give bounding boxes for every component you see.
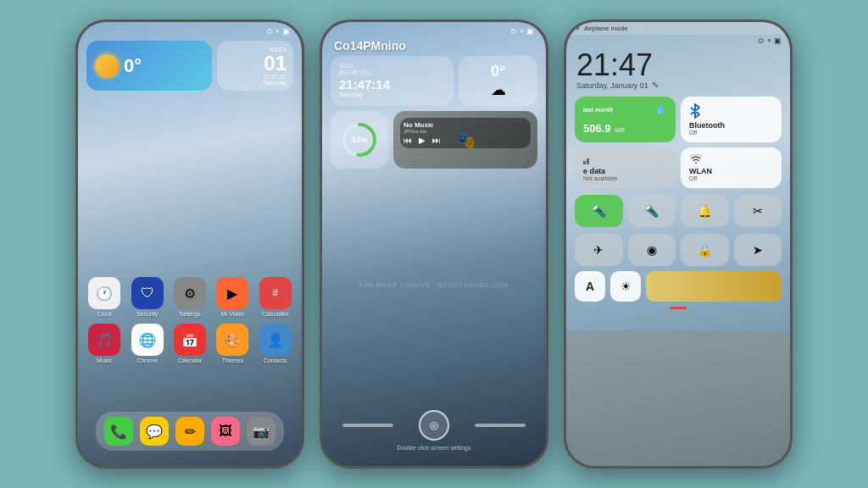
tile-mobile-data[interactable]: e data Not available: [575, 147, 676, 188]
app-settings[interactable]: ⚙ Settings: [172, 277, 208, 317]
app-label: Calculator: [262, 311, 289, 317]
play-icon[interactable]: ▶: [419, 136, 426, 145]
airplane-mode-bar: ✈ Airplane mode: [566, 22, 790, 35]
tile-value-row: 506.9 MB: [583, 120, 667, 136]
tile-data-usage[interactable]: last month 💧 506.9 MB: [575, 97, 676, 142]
mid-day-display: Saturday: [339, 92, 445, 97]
app-calculator[interactable]: # Calculator: [258, 277, 293, 317]
status-bar-right: ⊙ + ▣: [566, 35, 790, 47]
app-themes[interactable]: 🎨 Themes: [214, 324, 250, 363]
btn-scissors[interactable]: ✂: [734, 195, 782, 227]
gallery-icon: 🖼: [211, 417, 240, 446]
mid-widget-row1: 01/22 参47事竹7ん 21:47:14 Saturday 0° ☁: [322, 56, 546, 111]
brightness-button[interactable]: ☀: [610, 271, 641, 302]
mid-pill-right: [475, 424, 526, 427]
control-grid: last month 💧 506.9 MB: [566, 92, 790, 193]
btn-flashlight[interactable]: 🔦: [575, 195, 623, 227]
scissors-icon: ✂: [753, 204, 763, 218]
icon-row-1: 🔦 🔦 🔔 ✂: [566, 193, 790, 229]
dock-left: 📞 💬 ✏ 🖼 📷: [96, 412, 284, 451]
music-icon: 🎵: [88, 324, 120, 356]
dock-messages[interactable]: 💬: [140, 417, 169, 446]
md-labels: e data Not available: [583, 167, 667, 181]
dock-phone[interactable]: 📞: [104, 417, 133, 446]
btn-airplane[interactable]: ✈: [575, 234, 623, 266]
sun-icon: [95, 54, 119, 78]
status-bar-left: ⊙ + ▣: [78, 22, 302, 37]
brightness-icon: ☀: [620, 280, 632, 293]
battery-icon-right: +: [767, 36, 771, 45]
battery-icon: +: [275, 27, 280, 36]
app-contacts[interactable]: 👤 Contacts: [258, 324, 293, 363]
red-indicator: [670, 307, 687, 309]
md-subtitle: Not available: [583, 175, 667, 181]
dock-notes[interactable]: ✏: [175, 417, 204, 446]
phone-right: ✈ Airplane mode ⊙ + ▣ 21:47 Saturday, Ja…: [564, 19, 793, 469]
volume-slider[interactable]: [646, 271, 782, 302]
status-icons-right: ⊙ + ▣: [758, 36, 782, 45]
letter-button[interactable]: A: [575, 271, 605, 302]
bt-labels: Bluetooth Off: [689, 121, 773, 136]
torch-icon: 🔦: [644, 204, 659, 218]
camera-button-mid[interactable]: ◎: [419, 410, 449, 441]
progress-ring: 53%: [340, 120, 379, 159]
btn-lock[interactable]: 🔒: [681, 234, 729, 266]
music-title: No Music: [403, 121, 527, 129]
date-line-right: Saturday, January 01 ✎: [576, 80, 780, 90]
svg-rect-3: [587, 158, 589, 164]
btn-bell[interactable]: 🔔: [681, 195, 729, 227]
progress-value: 53%: [340, 120, 379, 159]
mid-header-title: Co14PMnino: [322, 37, 546, 56]
prev-icon[interactable]: ⏮: [403, 136, 412, 145]
svg-rect-4: [590, 156, 593, 164]
brightness-circle-icon: ◉: [647, 243, 657, 257]
mid-progress-widget: 53%: [331, 111, 388, 169]
edit-icon[interactable]: ✎: [652, 80, 659, 90]
phone-icon: 📞: [104, 417, 133, 446]
dock-camera[interactable]: 📷: [247, 417, 275, 446]
app-label: Mi Video: [221, 311, 244, 317]
camera-icon-mid: ◎: [430, 419, 438, 431]
messages-icon: 💬: [140, 417, 169, 446]
app-clock[interactable]: 🕐 Clock: [86, 277, 122, 317]
temperature-label: 0°: [124, 55, 142, 77]
btn-brightness-circle[interactable]: ◉: [628, 234, 676, 266]
dock-gallery[interactable]: 🖼: [211, 417, 240, 446]
tile-bt-header: [689, 103, 773, 121]
mivideo-icon: ▶: [216, 277, 248, 309]
right-content: ✈ Airplane mode ⊙ + ▣ 21:47 Saturday, Ja…: [566, 22, 790, 309]
app-label: Chrome: [136, 358, 158, 363]
tile-header: last month 💧: [583, 103, 667, 115]
phone-mid: ⊙ + ▣ Co14PMnino 01/22 参47事竹7ん 21:47:14 …: [320, 19, 548, 469]
music-controls: ⏮ ▶ ⏭: [403, 136, 527, 145]
app-security[interactable]: 🛡 Security: [129, 277, 164, 317]
date-widget: 01/22 01 21:47:11 Saturday: [217, 41, 293, 91]
svg-rect-2: [583, 161, 586, 164]
app-music[interactable]: 🎵 Music: [86, 324, 122, 363]
app-label: Music: [97, 358, 112, 363]
calculator-icon: #: [259, 277, 292, 309]
app-mivideo[interactable]: ▶ Mi Video: [214, 277, 250, 317]
bt-subtitle: Off: [689, 130, 773, 136]
next-icon[interactable]: ⏭: [432, 136, 441, 145]
app-chrome[interactable]: 🌐 Chrome: [129, 324, 164, 363]
battery-icon-mid: +: [520, 27, 524, 36]
music-subtitle: JPDee.kie: [403, 129, 527, 134]
app-calendar[interactable]: 📅 Calendar: [172, 324, 208, 363]
data-value: 506.9: [583, 122, 611, 135]
btn-location[interactable]: ➤: [734, 234, 782, 266]
notes-icon: ✏: [175, 417, 204, 446]
status-bar-mid: ⊙ + ▣: [322, 22, 546, 37]
tile-wlan[interactable]: WLAN Off: [681, 147, 782, 188]
mid-bottom-bar: ◎: [342, 410, 526, 441]
icon-row-2: ✈ ◉ 🔒 ➤: [566, 232, 790, 268]
app-label: Security: [136, 311, 158, 317]
btn-torch[interactable]: 🔦: [628, 195, 676, 227]
bell-icon: 🔔: [698, 204, 712, 218]
wifi-icon: [689, 154, 703, 167]
signal-icon: ▣: [282, 27, 290, 36]
mid-pill-left: [342, 424, 393, 427]
wlan-subtitle: Off: [689, 175, 773, 181]
tile-bluetooth[interactable]: Bluetooth Off: [681, 97, 782, 142]
mid-weather-temp: 0°: [491, 63, 505, 80]
